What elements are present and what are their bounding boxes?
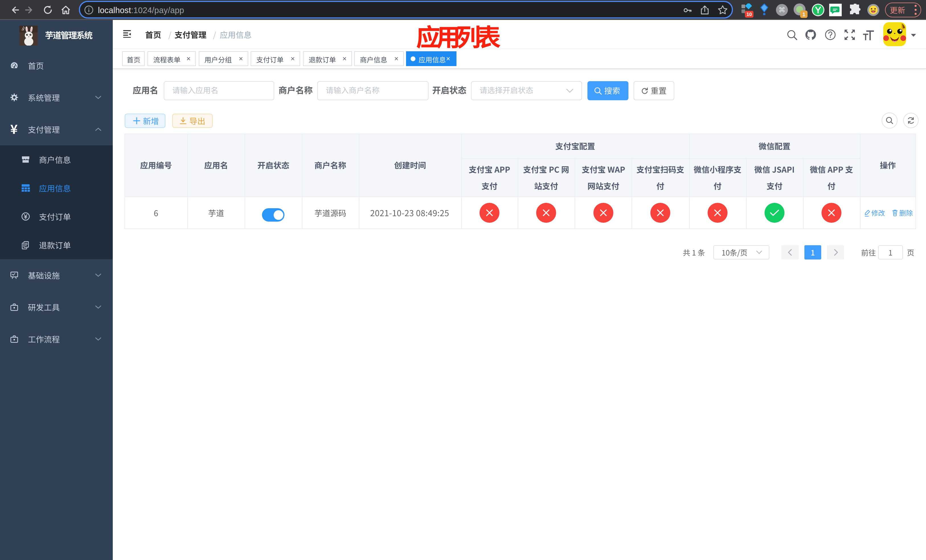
svg-text:1: 1 [802,12,805,17]
svg-text:10: 10 [747,12,752,17]
svg-text:⌘: ⌘ [779,6,785,14]
